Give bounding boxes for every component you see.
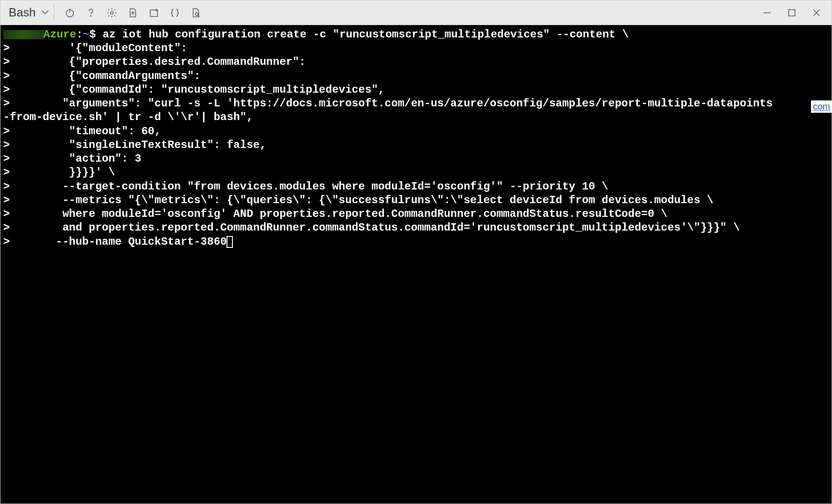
overflow-link-fragment: com: [811, 100, 832, 113]
cloud-shell-window: Bash: [0, 0, 832, 504]
prompt-user: Azure: [43, 28, 76, 41]
cursor: [226, 236, 233, 248]
continuation-marker: >: [3, 152, 16, 165]
command-text: --hub-name QuickStart-3860: [16, 236, 227, 248]
new-session-icon[interactable]: [147, 6, 160, 19]
continuation-marker: >: [3, 208, 16, 220]
terminal-line: Azure:~$ az iot hub configuration create…: [3, 28, 829, 42]
terminal-line: > }}}}' \: [3, 166, 829, 179]
terminal-line: > where moduleId='osconfig' AND properti…: [3, 207, 829, 221]
continuation-marker: >: [3, 97, 16, 110]
command-text: and properties.reported.CommandRunner.co…: [16, 221, 740, 234]
prompt-path: ~: [83, 28, 89, 41]
settings-gear-icon[interactable]: [105, 6, 118, 19]
command-text: }}}}' \: [16, 166, 115, 178]
terminal-line: > {"properties.desired.CommandRunner":: [3, 55, 829, 69]
help-icon[interactable]: [84, 6, 97, 19]
command-text: {"commandArguments":: [16, 70, 200, 82]
titlebar: Bash: [0, 0, 832, 25]
prompt-dollar: $: [90, 28, 103, 41]
command-text: '{"moduleContent":: [16, 42, 187, 54]
terminal-line: > "action": 3: [3, 152, 829, 166]
command-text: {"properties.desired.CommandRunner":: [16, 56, 306, 68]
command-text: --metrics "{\"metrics\": {\"queries\": {…: [16, 194, 714, 206]
terminal-line: > {"commandArguments":: [3, 69, 829, 83]
minimize-icon[interactable]: [761, 7, 773, 19]
continuation-marker: >: [3, 236, 16, 248]
terminal-line: > --metrics "{\"metrics\": {\"queries\":…: [3, 194, 829, 207]
continuation-marker: >: [3, 180, 16, 193]
terminal-line: > --target-condition "from devices.modul…: [3, 180, 829, 194]
continuation-marker: >: [3, 139, 16, 151]
chevron-down-icon: [41, 8, 49, 17]
svg-point-2: [90, 16, 91, 16]
web-preview-icon[interactable]: [190, 6, 202, 19]
terminal-line: > "arguments": "curl -s -L 'https://docs…: [3, 97, 829, 110]
redacted-username: [3, 30, 44, 39]
continuation-marker: >: [3, 166, 16, 178]
continuation-marker: >: [3, 42, 16, 54]
command-text: "timeout": 60,: [16, 125, 161, 137]
shell-name-label: Bash: [9, 5, 36, 20]
continuation-marker: >: [3, 84, 16, 96]
shell-select-dropdown[interactable]: Bash: [4, 5, 54, 21]
command-text: --target-condition "from devices.modules…: [16, 180, 608, 193]
toolbar: [58, 6, 202, 19]
continuation-marker: >: [3, 125, 16, 137]
editor-braces-icon[interactable]: [169, 6, 181, 19]
power-icon[interactable]: [63, 6, 76, 19]
prompt-sep: :: [76, 28, 83, 41]
command-text: {"commandId": "runcustomscript_multipled…: [16, 84, 385, 96]
command-text: az iot hub configuration create -c "runc…: [103, 28, 629, 41]
terminal-line: -from-device.sh' | tr -d \'\r'| bash",: [3, 110, 829, 124]
continuation-marker: >: [3, 221, 16, 234]
terminal-line: > {"commandId": "runcustomscript_multipl…: [3, 83, 829, 97]
command-text: "singleLineTextResult": false,: [16, 139, 266, 151]
maximize-icon[interactable]: [786, 7, 798, 19]
svg-point-3: [111, 11, 113, 14]
continuation-marker: >: [3, 56, 16, 68]
terminal-output[interactable]: Azure:~$ az iot hub configuration create…: [0, 25, 832, 504]
terminal-line: > --hub-name QuickStart-3860: [3, 235, 829, 249]
svg-point-5: [195, 13, 198, 16]
terminal-line: > "singleLineTextResult": false,: [3, 138, 829, 152]
terminal-line: > '{"moduleContent":: [3, 42, 829, 55]
terminal-line: > and properties.reported.CommandRunner.…: [3, 221, 829, 235]
window-controls: [761, 7, 828, 19]
continuation-marker: >: [3, 70, 16, 82]
continuation-marker: >: [3, 194, 16, 206]
upload-file-icon[interactable]: [126, 6, 139, 19]
terminal-line: > "timeout": 60,: [3, 125, 829, 138]
command-text: -from-device.sh' | tr -d \'\r'| bash",: [3, 111, 253, 123]
command-text: "arguments": "curl -s -L 'https://docs.m…: [16, 97, 773, 110]
command-text: where moduleId='osconfig' AND properties…: [16, 208, 668, 220]
svg-rect-7: [789, 10, 795, 16]
command-text: "action": 3: [16, 152, 142, 165]
close-icon[interactable]: [811, 7, 822, 19]
